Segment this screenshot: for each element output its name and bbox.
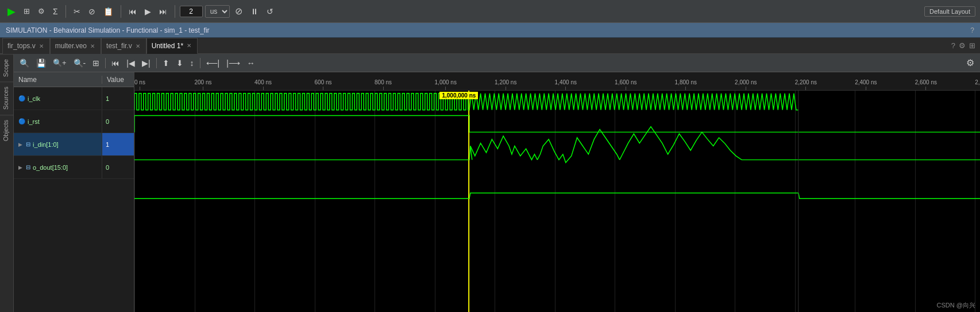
sources-label[interactable]: Sources (0, 81, 13, 114)
restart-button[interactable]: ⏮ (126, 5, 140, 18)
sig-label-iclk: i_clk (28, 95, 40, 102)
zoom-fit-btn[interactable]: 🔍 (17, 57, 32, 69)
waveform-content: Name Value 🔵 i_clk 1 🔵 (14, 72, 980, 312)
top-toolbar: ▶ ⊞ ⚙ Σ ✂ ⊘ 📋 ⏮ ▶ ⏭ 2 us ns ps ⊘ ⏸ ↺ Def… (0, 0, 980, 23)
sig-header-value: Value (102, 76, 134, 84)
step-button[interactable]: ⏭ (156, 5, 170, 18)
cursor-label: 1,000,000 ns (439, 92, 478, 99)
tab-untitled1[interactable]: Untitled 1* ✕ (146, 38, 198, 54)
sig-icon-irst: 🔵 (18, 118, 25, 124)
odout-wave (134, 193, 980, 199)
ruler-tick: 2,400 ns (855, 79, 877, 90)
run-time-input[interactable]: 2 (180, 6, 203, 17)
signal-row-irst[interactable]: 🔵 i_rst 0 (14, 110, 134, 133)
ruler-tick: 0 ns (134, 79, 145, 90)
next-marker-btn[interactable]: |⟶ (224, 57, 242, 69)
ruler-tick: 200 ns (195, 79, 212, 90)
ruler-tick: 1,200 ns (495, 79, 516, 90)
swap-down-btn[interactable]: ⬇ (174, 57, 186, 69)
expand-idin[interactable]: ▶ (18, 142, 22, 147)
prev-edge-btn[interactable]: ⏮ (109, 57, 122, 69)
tab-multer-veo-close[interactable]: ✕ (89, 42, 96, 50)
sig-icon-iclk: 🔵 (18, 95, 25, 102)
signal-row-iclk[interactable]: 🔵 i_clk 1 (14, 87, 134, 110)
sig-header-name: Name (14, 76, 102, 84)
tab-right-icons: ? ⚙ ⊞ (951, 41, 980, 50)
ruler-tick: 2,800 ns (975, 79, 980, 90)
sep-1 (65, 5, 66, 18)
waveform-canvas[interactable]: 0 ns200 ns400 ns600 ns800 ns1,000 ns1,20… (134, 72, 980, 312)
tab-fir-tops-label: fir_tops.v (7, 42, 36, 50)
toolbar-btn-1[interactable]: ⊞ (21, 5, 33, 17)
ruler-tick: 1,600 ns (615, 79, 636, 90)
toolbar-btn-3[interactable]: Σ (50, 5, 61, 18)
ruler-tick: 1,400 ns (555, 79, 577, 90)
irst-wave (134, 115, 980, 132)
tab-fir-tops[interactable]: fir_tops.v ✕ (2, 38, 50, 54)
toolbar-btn-2[interactable]: ⚙ (35, 5, 48, 17)
tab-test-fir-close[interactable]: ✕ (134, 42, 141, 50)
reload-button[interactable]: ↺ (264, 5, 276, 18)
ruler-tick: 800 ns (375, 79, 392, 90)
ruler-tick: 2,000 ns (735, 79, 757, 90)
go-to-start-btn[interactable]: |◀ (124, 57, 137, 69)
tab-settings-icon[interactable]: ⚙ (959, 41, 966, 50)
sig-label-idin: i_din[1:0] (33, 141, 59, 148)
tab-expand-icon[interactable]: ⊞ (969, 41, 975, 50)
run-for-button[interactable]: ⊘ (232, 4, 245, 18)
tab-multer-veo-label: multer.veo (55, 42, 87, 50)
objects-label[interactable]: Objects (0, 115, 13, 146)
zoom-in-btn[interactable]: 🔍+ (51, 57, 69, 68)
signal-list: Name Value 🔵 i_clk 1 🔵 (14, 72, 134, 312)
wave-sep-1 (105, 58, 106, 68)
sig-value-iclk: 1 (102, 87, 134, 110)
sig-icon-odout: ⊟ (26, 164, 30, 170)
signal-row-odout[interactable]: ▶ ⊟ o_dout[15:0] 0 (14, 156, 134, 179)
left-panel: Scope Sources Objects (0, 54, 14, 312)
sig-name-idin: ▶ ⊟ i_din[1:0] (14, 133, 102, 155)
wave-settings-btn[interactable]: ⚙ (964, 56, 977, 69)
pause-button[interactable]: ⏸ (248, 5, 261, 18)
sig-label-irst: i_rst (28, 118, 40, 125)
go-to-end-btn[interactable]: ▶| (140, 57, 153, 69)
sig-label-odout: o_dout[15:0] (33, 164, 68, 171)
swap-up-btn[interactable]: ⬆ (160, 57, 172, 69)
wave-section: 🔍 💾 🔍+ 🔍- ⊞ ⏮ |◀ ▶| ⬆ ⬇ ↕ ⟵| |⟶ ↔ ⚙ (14, 54, 980, 312)
expand-odout[interactable]: ▶ (18, 165, 22, 170)
sig-value-idin: 1 (102, 133, 134, 155)
tab-help-icon[interactable]: ? (951, 41, 955, 50)
toolbar-btn-copy[interactable]: ⊘ (86, 5, 98, 18)
waves-display[interactable]: 1,000,000 ns (134, 91, 980, 312)
toolbar-btn-paste[interactable]: 📋 (101, 5, 116, 18)
tab-untitled1-close[interactable]: ✕ (186, 42, 192, 49)
add-marker-btn[interactable]: ⟵| (204, 57, 222, 69)
tab-multer-veo[interactable]: multer.veo ✕ (50, 38, 101, 54)
zoom-full-btn[interactable]: ⊞ (90, 57, 102, 69)
default-layout-button[interactable]: Default Layout (924, 6, 975, 17)
ruler-tick: 400 ns (254, 79, 272, 90)
wave-sep-3 (200, 58, 200, 68)
run-unit-select[interactable]: us ns ps (205, 5, 230, 18)
marker-stretch-btn[interactable]: ↔ (245, 57, 257, 69)
add-divider-btn[interactable]: ↕ (188, 57, 196, 69)
save-btn[interactable]: 💾 (34, 57, 48, 69)
scope-label[interactable]: Scope (0, 54, 13, 81)
ruler-tick: 1,000 ns (435, 79, 457, 90)
sig-name-irst: 🔵 i_rst (14, 110, 102, 132)
sim-bar: SIMULATION - Behavioral Simulation - Fun… (0, 23, 980, 38)
sim-bar-text: SIMULATION - Behavioral Simulation - Fun… (6, 26, 210, 34)
signal-row-idin[interactable]: ▶ ⊟ i_din[1:0] 1 (14, 133, 134, 156)
run-button[interactable]: ▶ (5, 3, 18, 20)
sig-name-iclk: 🔵 i_clk (14, 87, 102, 110)
ruler-tick: 2,600 ns (915, 79, 937, 90)
wave-toolbar: 🔍 💾 🔍+ 🔍- ⊞ ⏮ |◀ ▶| ⬆ ⬇ ↕ ⟵| |⟶ ↔ ⚙ (14, 54, 980, 72)
toolbar-btn-cut[interactable]: ✂ (71, 5, 83, 18)
sig-value-odout: 0 (102, 156, 134, 178)
ruler-tick: 600 ns (315, 79, 332, 90)
tab-test-fir-label: test_fir.v (106, 42, 132, 50)
play-button[interactable]: ▶ (142, 5, 154, 18)
signal-list-empty (14, 179, 134, 312)
tab-test-fir[interactable]: test_fir.v ✕ (101, 38, 146, 54)
zoom-out-btn[interactable]: 🔍- (71, 57, 88, 69)
tab-fir-tops-close[interactable]: ✕ (38, 42, 45, 50)
